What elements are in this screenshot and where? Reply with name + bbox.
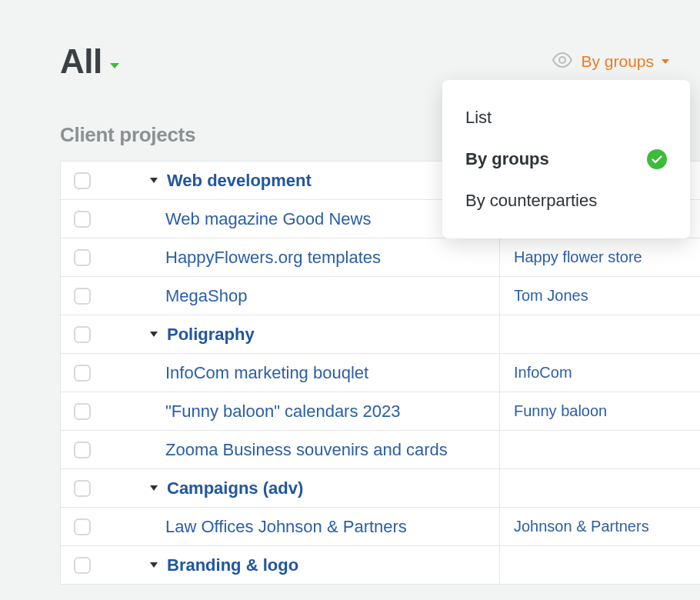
row-name-label: MegaShop <box>165 286 247 306</box>
chevron-down-icon <box>662 59 669 64</box>
row-checkbox[interactable] <box>74 403 91 420</box>
project-name-cell[interactable]: HappyFlowers.org templates <box>104 238 500 276</box>
checkbox-cell <box>61 546 104 584</box>
client-cell <box>500 315 700 353</box>
row-name-label: InfoCom marketing bouqlet <box>165 363 368 383</box>
row-checkbox[interactable] <box>74 480 91 497</box>
row-name-label: Campaigns (adv) <box>167 478 303 498</box>
row-name-label: Branding & logo <box>167 555 298 575</box>
table-row: Law Offices Johnson & PartnersJohnson & … <box>61 508 700 546</box>
view-mode-toggle[interactable]: By groups <box>552 52 669 72</box>
table-row: Branding & logo <box>61 546 700 585</box>
checkbox-cell <box>61 277 104 315</box>
checkbox-cell <box>61 508 104 545</box>
client-cell[interactable]: Funny baloon <box>500 392 700 430</box>
row-checkbox[interactable] <box>74 557 91 574</box>
row-checkbox[interactable] <box>74 172 91 189</box>
row-checkbox[interactable] <box>74 365 91 382</box>
client-cell[interactable]: Johnson & Partners <box>500 508 700 545</box>
table-row: Poligraphy <box>61 315 700 354</box>
chevron-down-icon <box>150 178 158 183</box>
svg-point-0 <box>559 57 565 63</box>
client-cell[interactable]: InfoCom <box>500 354 700 392</box>
page-header: All By groups <box>60 42 700 81</box>
checkbox-cell <box>61 162 104 199</box>
row-name-label: Law Offices Johnson & Partners <box>165 517 407 537</box>
client-label: Tom Jones <box>514 287 588 305</box>
client-label: InfoCom <box>514 364 572 382</box>
client-cell <box>500 469 700 507</box>
project-name-cell[interactable]: Web magazine Good News <box>104 200 500 238</box>
project-name-cell[interactable]: MegaShop <box>104 277 500 315</box>
table-row: "Funny baloon" calendars 2023Funny baloo… <box>61 392 700 431</box>
client-cell[interactable]: Tom Jones <box>500 277 700 315</box>
table-row: HappyFlowers.org templatesHappy flower s… <box>61 238 700 277</box>
row-checkbox[interactable] <box>74 442 91 458</box>
dropdown-item-label: By groups <box>465 149 549 169</box>
checkbox-cell <box>61 392 104 430</box>
project-name-cell[interactable]: "Funny baloon" calendars 2023 <box>104 392 500 430</box>
table-row: Campaigns (adv) <box>61 469 700 508</box>
client-cell <box>500 431 700 468</box>
client-label: Happy flower store <box>514 248 642 266</box>
group-name-cell[interactable]: Branding & logo <box>104 546 500 584</box>
title-dropdown[interactable]: All <box>60 42 119 81</box>
chevron-down-icon <box>150 562 158 568</box>
row-name-label: "Funny baloon" calendars 2023 <box>165 402 401 422</box>
project-name-cell[interactable]: Zooma Business souvenirs and cards <box>104 431 500 468</box>
page-title: All <box>60 42 102 81</box>
row-checkbox[interactable] <box>74 211 91 228</box>
group-name-cell[interactable]: Poligraphy <box>104 315 500 353</box>
row-name-label: HappyFlowers.org templates <box>165 248 381 268</box>
row-checkbox[interactable] <box>74 249 91 266</box>
view-mode-label: By groups <box>581 52 654 71</box>
row-name-label: Web development <box>167 171 312 191</box>
eye-icon <box>552 52 573 72</box>
client-cell[interactable]: Happy flower store <box>500 238 700 276</box>
table-row: InfoCom marketing bouqletInfoCom <box>61 354 700 392</box>
group-name-cell[interactable]: Campaigns (adv) <box>104 469 500 507</box>
chevron-down-icon <box>150 485 158 491</box>
row-checkbox[interactable] <box>74 288 91 305</box>
client-label: Funny baloon <box>514 402 607 420</box>
row-name-label: Zooma Business souvenirs and cards <box>165 440 448 460</box>
client-label: Johnson & Partners <box>514 518 649 535</box>
checkbox-cell <box>61 354 104 392</box>
table-row: MegaShopTom Jones <box>61 277 700 315</box>
checkbox-cell <box>61 315 104 353</box>
row-checkbox[interactable] <box>74 518 91 535</box>
dropdown-item[interactable]: By counterparties <box>442 180 690 222</box>
project-name-cell[interactable]: InfoCom marketing bouqlet <box>104 354 500 392</box>
dropdown-item[interactable]: By groups <box>442 138 690 180</box>
project-name-cell[interactable]: Law Offices Johnson & Partners <box>104 508 500 545</box>
checkbox-cell <box>61 200 104 238</box>
row-name-label: Web magazine Good News <box>165 209 371 229</box>
view-mode-dropdown: ListBy groupsBy counterparties <box>442 80 690 238</box>
dropdown-item-label: List <box>465 108 492 128</box>
dropdown-item[interactable]: List <box>442 97 690 138</box>
dropdown-item-label: By counterparties <box>465 191 597 211</box>
checkbox-cell <box>61 238 104 276</box>
checkbox-cell <box>61 469 104 507</box>
table-row: Zooma Business souvenirs and cards <box>61 431 700 469</box>
check-icon <box>647 149 667 169</box>
chevron-down-icon <box>150 332 158 337</box>
client-cell <box>500 546 700 584</box>
row-checkbox[interactable] <box>74 326 91 343</box>
chevron-down-icon <box>110 63 119 68</box>
group-name-cell[interactable]: Web development <box>104 162 500 199</box>
row-name-label: Poligraphy <box>167 325 255 345</box>
checkbox-cell <box>61 431 104 468</box>
